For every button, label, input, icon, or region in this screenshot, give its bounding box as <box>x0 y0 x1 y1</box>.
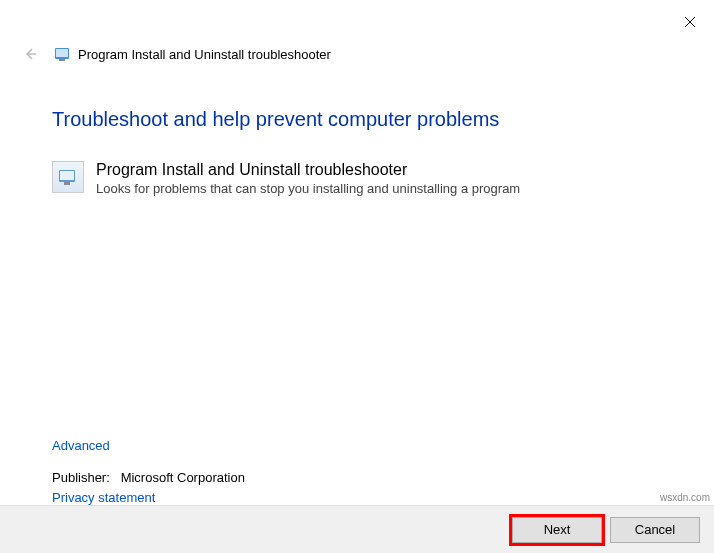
svg-rect-8 <box>64 182 70 185</box>
button-bar: Next Cancel <box>0 505 714 553</box>
close-icon <box>684 16 696 28</box>
troubleshooter-title: Program Install and Uninstall troublesho… <box>96 161 662 179</box>
next-button[interactable]: Next <box>512 517 602 543</box>
window-title: Program Install and Uninstall troublesho… <box>78 47 331 62</box>
advanced-link[interactable]: Advanced <box>52 438 110 453</box>
advanced-link-area: Advanced <box>52 438 110 453</box>
close-button[interactable] <box>680 12 700 32</box>
titlebar <box>0 0 714 40</box>
app-icon <box>54 46 70 62</box>
troubleshooter-description: Looks for problems that can stop you ins… <box>96 181 662 196</box>
publisher-label: Publisher: <box>52 470 110 485</box>
header-row: Program Install and Uninstall troublesho… <box>0 40 714 68</box>
back-button[interactable] <box>20 44 40 64</box>
back-arrow-icon <box>22 46 38 62</box>
main-heading: Troubleshoot and help prevent computer p… <box>52 108 662 131</box>
svg-rect-4 <box>56 49 68 57</box>
cancel-button[interactable]: Cancel <box>610 517 700 543</box>
privacy-link[interactable]: Privacy statement <box>52 490 155 505</box>
troubleshooter-text: Program Install and Uninstall troublesho… <box>96 161 662 196</box>
troubleshooter-icon <box>52 161 84 193</box>
svg-rect-5 <box>59 59 65 61</box>
publisher-value: Microsoft Corporation <box>121 470 245 485</box>
svg-rect-7 <box>60 171 74 180</box>
watermark: wsxdn.com <box>660 492 710 503</box>
troubleshooter-item: Program Install and Uninstall troublesho… <box>52 161 662 196</box>
publisher-row: Publisher: Microsoft Corporation <box>52 470 245 485</box>
privacy-row: Privacy statement <box>52 490 155 505</box>
content-area: Troubleshoot and help prevent computer p… <box>0 108 714 196</box>
